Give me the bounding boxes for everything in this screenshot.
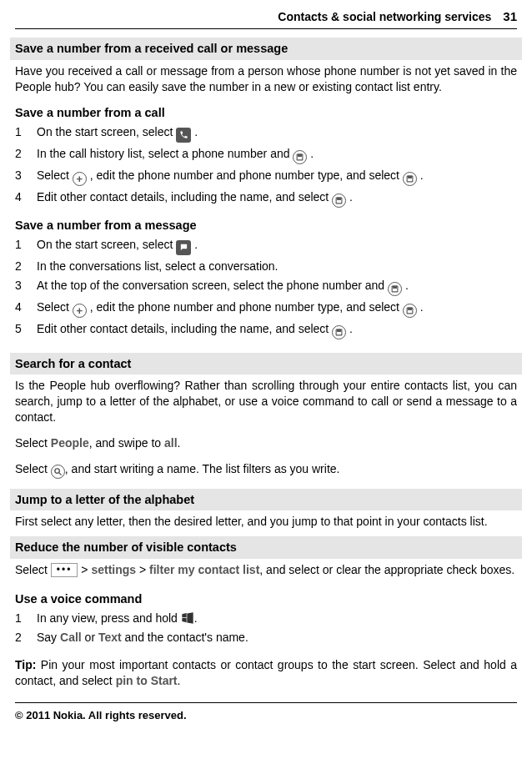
plus-icon: + [73, 172, 87, 186]
list-item: 1 In any view, press and hold . [15, 609, 517, 628]
heading-search-contact: Search for a contact [10, 353, 522, 375]
svg-rect-3 [408, 176, 411, 178]
save-icon [332, 194, 346, 208]
messaging-tile-icon [176, 240, 191, 255]
heading-jump-letter: Jump to a letter of the alphabet [10, 489, 522, 511]
body-jump-letter: First select any letter, then the desire… [15, 514, 517, 530]
search-line: Select , and start writing a name. The l… [15, 461, 517, 479]
ellipsis-icon: ••• [51, 563, 78, 577]
list-item: 4 Select + , edit the phone number and p… [15, 298, 517, 319]
people-link: People [51, 436, 89, 450]
svg-rect-1 [299, 154, 302, 156]
select-people-line: Select People, and swipe to all. [15, 435, 517, 451]
steps-save-call: 1 On the start screen, select . 2 In the… [15, 123, 517, 209]
all-link: all [164, 436, 178, 450]
list-item: 3 At the top of the conversation screen,… [15, 276, 517, 298]
svg-rect-11 [338, 329, 341, 331]
filter-link: filter my contact list [149, 563, 259, 576]
list-item: 1 On the start screen, select . [15, 123, 517, 144]
save-icon [388, 282, 402, 296]
steps-voice-command: 1 In any view, press and hold . 2 Say Ca… [15, 609, 517, 647]
page-header: Contacts & social networking services 31 [15, 8, 517, 29]
intro-search-contact: Is the People hub overflowing? Rather th… [15, 378, 517, 425]
list-item: 2 In the call history list, select a pho… [15, 144, 517, 166]
search-icon [51, 465, 65, 479]
header-title: Contacts & social networking services [278, 9, 491, 25]
subhead-save-message: Save a number from a message [15, 218, 517, 234]
body-reduce-visible: Select ••• > settings > filter my contac… [15, 562, 517, 578]
page-number: 31 [503, 8, 517, 25]
svg-rect-7 [394, 286, 397, 288]
heading-save-number: Save a number from a received call or me… [10, 38, 522, 60]
save-icon [403, 172, 417, 186]
svg-rect-5 [338, 198, 341, 199]
save-icon [332, 325, 346, 339]
svg-line-13 [59, 473, 62, 475]
footer-copyright: © 2011 Nokia. All rights reserved. [15, 702, 517, 723]
windows-icon [181, 612, 194, 624]
pin-to-start-link: pin to Start [116, 674, 178, 687]
save-icon [293, 150, 307, 164]
steps-save-message: 1 On the start screen, select . 2 In the… [15, 235, 517, 340]
list-item: 2 Say Call or Text and the contact's nam… [15, 628, 517, 647]
text-word: Text [98, 631, 122, 644]
list-item: 4 Edit other contact details, including … [15, 188, 517, 209]
list-item: 3 Select + , edit the phone number and p… [15, 166, 517, 188]
svg-point-12 [55, 469, 60, 474]
subhead-save-call: Save a number from a call [15, 105, 517, 122]
plus-icon: + [73, 304, 87, 318]
call-word: Call [60, 631, 82, 644]
intro-save-number: Have you received a call or message from… [15, 63, 517, 95]
heading-reduce-visible: Reduce the number of visible contacts [10, 536, 522, 559]
subhead-voice-command: Use a voice command [15, 591, 517, 608]
list-item: 1 On the start screen, select . [15, 235, 517, 257]
list-item: 5 Edit other contact details, including … [15, 319, 517, 341]
settings-link: settings [91, 563, 136, 576]
tip-block: Tip: Pin your most important contacts or… [15, 657, 517, 689]
tip-label: Tip: [15, 658, 41, 671]
list-item: 2 In the conversations list, select a co… [15, 257, 517, 276]
phone-tile-icon [176, 128, 191, 143]
svg-rect-9 [408, 308, 411, 309]
save-icon [403, 304, 417, 318]
